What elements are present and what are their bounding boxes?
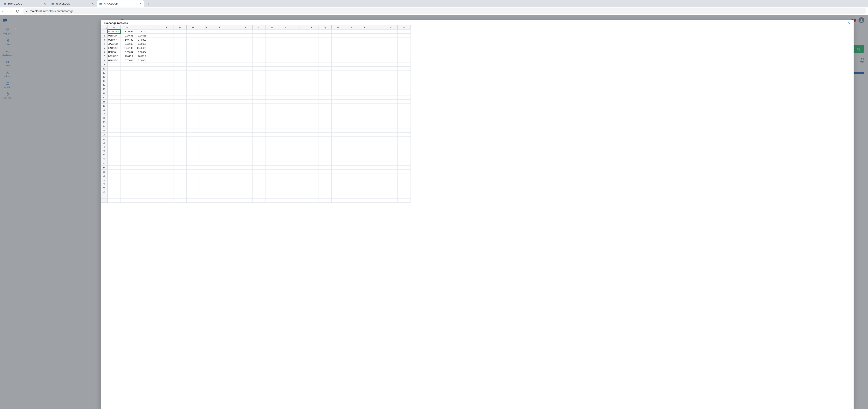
- lock-icon: [25, 10, 28, 12]
- address-bar: rpa-cloud.io/control-center/storage: [0, 7, 868, 15]
- tab-close-icon[interactable]: ✕: [91, 2, 94, 5]
- url-input[interactable]: rpa-cloud.io/control-center/storage: [23, 8, 866, 14]
- browser-tab[interactable]: RPA CLOUD ✕: [1, 0, 49, 7]
- browser-tab-strip: RPA CLOUD ✕ RPA CLOUD ✕ RPA CLOUD ✕ ＋: [0, 0, 868, 7]
- back-button[interactable]: [0, 8, 7, 14]
- new-tab-button[interactable]: ＋: [146, 1, 152, 7]
- url-host: rpa-cloud.io: [30, 9, 45, 13]
- tab-title: RPA CLOUD: [56, 2, 89, 5]
- browser-tab[interactable]: RPA CLOUD ✕: [49, 0, 96, 7]
- tab-close-icon[interactable]: ✕: [139, 2, 142, 5]
- cloud-icon: [51, 2, 54, 5]
- cloud-icon: [99, 2, 102, 5]
- tab-title: RPA CLOUD: [8, 2, 41, 5]
- reload-button[interactable]: [14, 8, 21, 14]
- forward-button: [7, 8, 14, 14]
- tab-title: RPA CLOUD: [104, 2, 137, 5]
- browser-tab-active[interactable]: RPA CLOUD ✕: [97, 0, 144, 7]
- cloud-icon: [3, 2, 7, 5]
- tab-close-icon[interactable]: ✕: [43, 2, 46, 5]
- url-path: /control-center/storage: [45, 9, 73, 13]
